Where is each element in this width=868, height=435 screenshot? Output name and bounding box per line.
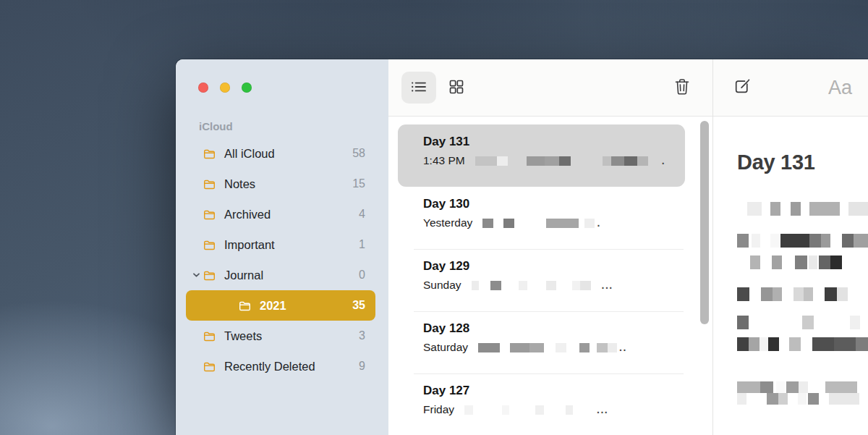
redacted-preview: [464, 405, 595, 415]
notes-window: iCloud All iCloud 58: [176, 59, 868, 435]
fullscreen-button[interactable]: [242, 83, 252, 93]
redacted-line: [737, 255, 868, 269]
note-title: Day 131: [423, 135, 669, 149]
note-list-item[interactable]: Day 128 Saturday ..: [398, 311, 685, 373]
preview-ellipsis: .: [597, 217, 600, 229]
note-date: Sunday: [423, 279, 461, 292]
gallery-view-button[interactable]: [439, 72, 474, 104]
folder-list: All iCloud 58 Notes 15: [176, 138, 388, 381]
folder-count: 0: [359, 269, 365, 282]
folder-count: 35: [352, 299, 365, 312]
sidebar-folder-item[interactable]: All iCloud 58: [186, 138, 375, 169]
folder-label: Tweets: [224, 329, 262, 343]
list-view-icon: [409, 78, 428, 98]
note-list-item[interactable]: Day 127 Friday ...: [398, 373, 685, 435]
preview-ellipsis: ...: [602, 279, 613, 291]
note-date: Saturday: [423, 341, 468, 354]
note-view-title: Day 131: [737, 151, 868, 174]
desktop-wallpaper: iCloud All iCloud 58: [0, 0, 868, 435]
redacted-line: [737, 202, 868, 216]
note-preview-row: Saturday ..: [423, 340, 669, 355]
sidebar-folder-item[interactable]: Archived 4: [186, 199, 375, 229]
folder-label: All iCloud: [224, 147, 275, 161]
close-button[interactable]: [198, 83, 208, 93]
folder-icon: [239, 300, 251, 311]
scrollbar-thumb[interactable]: [700, 121, 709, 324]
note-list-item[interactable]: Day 129 Sunday ...: [398, 249, 685, 311]
format-icon[interactable]: Aa: [828, 77, 852, 99]
note-title: Day 130: [423, 197, 669, 211]
note-list-item[interactable]: Day 130 Yesterday .: [398, 187, 685, 249]
window-controls: [198, 83, 388, 93]
folder-icon: [203, 361, 216, 372]
redacted-line: [737, 393, 868, 405]
folder-label: Notes: [224, 177, 255, 191]
folder-count: 58: [352, 147, 365, 160]
folder-count: 9: [359, 360, 365, 373]
trash-icon: [673, 77, 692, 99]
note-preview-row: Sunday ...: [423, 278, 669, 292]
note-title: Day 128: [423, 321, 669, 336]
redacted-line: [737, 381, 868, 393]
sidebar-folder-item[interactable]: 2021 35: [186, 290, 375, 321]
note-date: Yesterday: [423, 216, 472, 229]
folder-label: 2021: [260, 299, 286, 313]
folder-label: Important: [224, 238, 275, 252]
gallery-view-icon: [448, 78, 465, 98]
note-date: 1:43 PM: [423, 154, 465, 167]
note-date: Friday: [423, 403, 454, 416]
list-view-button[interactable]: [401, 72, 436, 104]
note-title: Day 129: [423, 259, 669, 274]
sidebar-folder-item[interactable]: Important 1: [186, 229, 375, 260]
redacted-preview: [478, 343, 617, 352]
redacted-line: [737, 287, 868, 301]
folder-icon: [203, 179, 216, 190]
redacted-line: [737, 316, 868, 329]
folder-label: Recently Deleted: [224, 360, 315, 373]
folder-icon: [203, 148, 216, 159]
chevron-down-icon[interactable]: [192, 271, 200, 279]
folder-label: Archived: [224, 208, 271, 221]
notes-list: Day 131 1:43 PM . Day 130 Yesterday: [388, 117, 712, 435]
note-list-item[interactable]: Day 131 1:43 PM .: [398, 124, 685, 187]
sidebar-folder-item[interactable]: Notes 15: [186, 169, 375, 199]
redacted-preview: [482, 219, 595, 228]
note-preview-row: Friday ...: [423, 402, 669, 417]
folder-icon: [203, 331, 216, 342]
sidebar: iCloud All iCloud 58: [176, 59, 388, 435]
redacted-content: [737, 202, 868, 405]
folder-icon: [203, 270, 216, 281]
folder-icon: [203, 240, 216, 250]
redacted-line: [737, 234, 868, 248]
sidebar-folder-item[interactable]: Recently Deleted 9: [186, 351, 375, 381]
folder-count: 1: [359, 238, 365, 251]
redacted-preview: [472, 281, 600, 290]
note-editor[interactable]: Day 131: [713, 117, 868, 435]
new-note-button[interactable]: [729, 75, 755, 101]
compose-icon: [733, 77, 752, 98]
note-preview-row: Yesterday .: [423, 216, 669, 230]
note-editor-pane: Aa Day 131: [712, 59, 868, 435]
preview-ellipsis: .: [662, 155, 665, 166]
preview-ellipsis: ..: [619, 342, 627, 353]
note-preview-row: 1:43 PM .: [423, 153, 669, 168]
sidebar-folder-item[interactable]: Journal 0: [186, 260, 375, 290]
sidebar-section-header: iCloud: [199, 120, 388, 132]
editor-toolbar: Aa: [713, 59, 868, 117]
preview-ellipsis: ...: [597, 404, 608, 415]
note-title: Day 127: [423, 384, 669, 398]
folder-count: 4: [359, 208, 365, 221]
redacted-line: [737, 337, 868, 351]
notes-list-pane: Day 131 1:43 PM . Day 130 Yesterday: [388, 59, 712, 435]
list-toolbar: [388, 59, 712, 117]
delete-note-button[interactable]: [666, 72, 698, 104]
folder-count: 15: [352, 177, 365, 190]
minimize-button[interactable]: [220, 83, 230, 93]
folder-icon: [203, 209, 216, 220]
sidebar-folder-item[interactable]: Tweets 3: [186, 321, 375, 351]
folder-label: Journal: [224, 269, 263, 282]
redacted-preview: [475, 156, 660, 166]
folder-count: 3: [359, 329, 365, 342]
